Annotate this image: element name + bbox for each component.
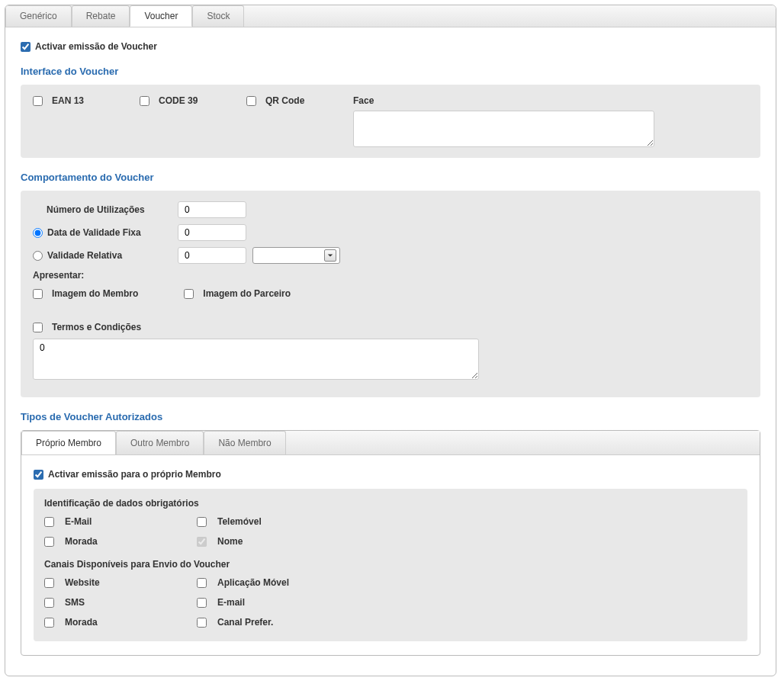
dropdown-button[interactable]	[324, 249, 336, 262]
email2-label: E-mail	[217, 597, 245, 608]
main-window: Genérico Rebate Voucher Stock Activar em…	[5, 5, 776, 676]
ident-title: Identificação de dados obrigatórios	[44, 498, 737, 509]
member-image-label: Imagem do Membro	[52, 288, 138, 299]
terms-checkbox[interactable]	[33, 323, 43, 332]
main-tabstrip: Genérico Rebate Voucher Stock	[5, 5, 776, 27]
auth-content: Activar emissão para o próprio Membro Id…	[21, 455, 760, 655]
fixed-date-label: Data de Validade Fixa	[47, 227, 141, 238]
address2-checkbox[interactable]	[44, 618, 54, 628]
pref-label: Canal Prefer.	[217, 617, 273, 628]
relative-label: Validade Relativa	[47, 250, 122, 261]
auth-gray-box: Identificação de dados obrigatórios E-Ma…	[34, 489, 747, 641]
member-image-checkbox[interactable]	[33, 289, 43, 299]
pref-checkbox[interactable]	[197, 618, 207, 628]
activate-own-label: Activar emissão para o próprio Membro	[48, 469, 221, 480]
relative-radio[interactable]	[33, 251, 43, 261]
behavior-panel: Número de Utilizações Data de Validade F…	[21, 191, 760, 397]
name-label: Nome	[217, 536, 243, 547]
tab-non-member[interactable]: Não Membro	[204, 431, 285, 454]
tab-rebate[interactable]: Rebate	[72, 5, 130, 27]
num-uses-label: Número de Utilizações	[47, 204, 145, 215]
tab-content: Activar emissão de Voucher Interface do …	[5, 27, 776, 676]
fixed-date-radio[interactable]	[33, 228, 43, 238]
relative-unit-select[interactable]	[252, 247, 340, 264]
terms-label: Termos e Condições	[52, 322, 141, 332]
tab-stock[interactable]: Stock	[192, 5, 244, 27]
email2-checkbox[interactable]	[197, 598, 207, 608]
face-textarea[interactable]	[353, 111, 654, 147]
num-uses-input[interactable]	[178, 201, 246, 218]
relative-input[interactable]	[178, 247, 246, 264]
face-label: Face	[353, 95, 748, 106]
website-checkbox[interactable]	[44, 578, 54, 588]
tab-generico[interactable]: Genérico	[5, 5, 72, 27]
sms-checkbox[interactable]	[44, 598, 54, 608]
section-behavior-title: Comportamento do Voucher	[21, 172, 760, 183]
section-auth-title: Tipos de Voucher Autorizados	[21, 411, 760, 422]
name-checkbox[interactable]	[197, 537, 207, 547]
section-interface-title: Interface do Voucher	[21, 66, 760, 77]
app-label: Aplicação Móvel	[217, 577, 289, 588]
tab-other-member[interactable]: Outro Membro	[116, 431, 204, 454]
ean13-label: EAN 13	[52, 95, 84, 106]
tab-voucher[interactable]: Voucher	[130, 5, 192, 27]
channels-title: Canais Disponíveis para Envio do Voucher	[44, 559, 737, 570]
code39-checkbox[interactable]	[140, 96, 149, 106]
email-checkbox[interactable]	[44, 517, 54, 527]
partner-image-checkbox[interactable]	[184, 289, 194, 299]
activate-voucher-checkbox[interactable]	[21, 42, 31, 52]
website-label: Website	[65, 577, 100, 588]
show-label: Apresentar:	[33, 270, 748, 281]
interface-panel: EAN 13 CODE 39 QR Code Face	[21, 85, 760, 158]
address2-label: Morada	[65, 617, 98, 628]
partner-image-label: Imagem do Parceiro	[203, 288, 291, 299]
address-label: Morada	[65, 536, 98, 547]
code39-label: CODE 39	[159, 95, 198, 106]
auth-window: Próprio Membro Outro Membro Não Membro A…	[21, 430, 760, 656]
tab-own-member[interactable]: Próprio Membro	[21, 431, 116, 454]
qrcode-label: QR Code	[265, 95, 304, 106]
ean13-checkbox[interactable]	[33, 96, 43, 106]
address-checkbox[interactable]	[44, 537, 54, 547]
activate-voucher-label: Activar emissão de Voucher	[35, 41, 157, 52]
sms-label: SMS	[65, 597, 85, 608]
app-checkbox[interactable]	[197, 578, 207, 588]
fixed-date-input[interactable]	[178, 224, 246, 241]
auth-tabstrip: Próprio Membro Outro Membro Não Membro	[21, 431, 760, 455]
terms-textarea[interactable]: 0	[33, 339, 479, 380]
qrcode-checkbox[interactable]	[246, 96, 256, 106]
phone-label: Telemóvel	[217, 516, 262, 527]
chevron-down-icon	[327, 252, 333, 258]
phone-checkbox[interactable]	[197, 517, 207, 527]
email-label: E-Mail	[65, 516, 92, 527]
activate-own-checkbox[interactable]	[34, 470, 43, 480]
